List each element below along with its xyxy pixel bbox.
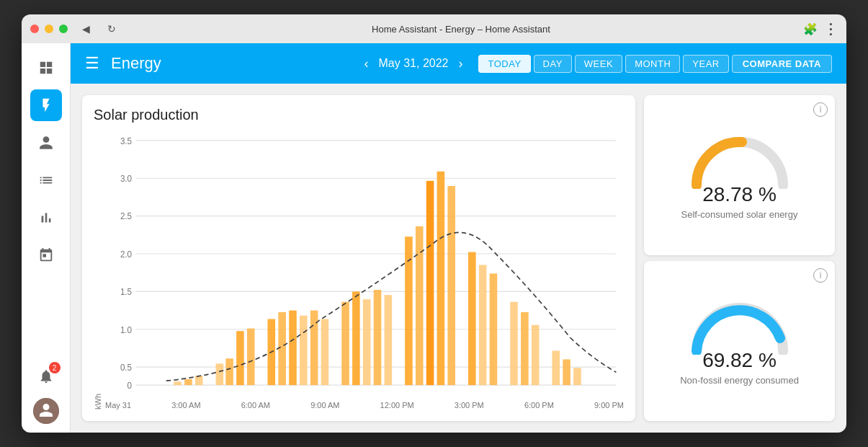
close-dot[interactable] xyxy=(30,25,39,33)
svg-rect-22 xyxy=(236,331,244,385)
compare-data-button[interactable]: COMPARE DATA xyxy=(732,55,832,73)
chart-svg: 3.5 3.0 2.5 2.0 1.5 1.0 0.5 0 xyxy=(105,132,624,398)
x-label-3: 9:00 AM xyxy=(310,401,339,410)
svg-text:1.0: 1.0 xyxy=(120,324,132,335)
main-content: ☰ Energy ‹ May 31, 2022 › TODAY DAY WEEK… xyxy=(71,43,846,433)
svg-rect-45 xyxy=(532,325,540,385)
browser-chrome: ◀ ↻ Home Assistant - Energy – Home Assis… xyxy=(22,14,846,43)
solar-gauge-info-icon[interactable]: i xyxy=(813,102,828,117)
svg-text:0: 0 xyxy=(127,380,133,391)
sidebar-item-user[interactable] xyxy=(30,127,62,159)
sidebar: 2 xyxy=(22,43,71,433)
svg-rect-31 xyxy=(352,291,360,385)
svg-rect-39 xyxy=(447,186,455,385)
fossil-gauge-value: 69.82 % xyxy=(702,349,777,372)
svg-rect-29 xyxy=(321,319,329,385)
sidebar-bottom: 2 xyxy=(30,360,62,424)
solar-gauge-svg xyxy=(686,131,794,189)
avatar[interactable] xyxy=(33,398,59,424)
current-date: May 31, 2022 xyxy=(379,57,449,70)
more-menu-icon[interactable]: ⋮ xyxy=(823,20,838,37)
x-label-2: 6:00 AM xyxy=(241,401,270,410)
svg-rect-46 xyxy=(552,351,560,386)
svg-rect-23 xyxy=(247,329,255,386)
x-axis-labels: May 31 3:00 AM 6:00 AM 9:00 AM 12:00 PM … xyxy=(105,398,624,410)
x-label-6: 6:00 PM xyxy=(524,401,554,410)
sidebar-item-energy[interactable] xyxy=(30,89,62,121)
svg-rect-35 xyxy=(405,236,413,385)
svg-rect-47 xyxy=(563,359,571,385)
fossil-gauge-svg xyxy=(686,297,794,355)
next-date-button[interactable]: › xyxy=(454,55,467,73)
chart-title: Solar production xyxy=(94,107,624,123)
chart-inner: 3.5 3.0 2.5 2.0 1.5 1.0 0.5 0 xyxy=(105,132,624,410)
solar-production-chart-card: Solar production kWh xyxy=(82,95,635,421)
refresh-button[interactable]: ↻ xyxy=(104,22,119,36)
solar-gauge-label: Self-consumed solar energy xyxy=(681,209,798,220)
page-title: Energy xyxy=(111,54,161,73)
solar-gauge-value: 28.78 % xyxy=(702,183,777,206)
svg-text:3.5: 3.5 xyxy=(120,136,132,146)
extension-icon[interactable]: 🧩 xyxy=(803,22,818,36)
back-button[interactable]: ◀ xyxy=(79,22,93,36)
browser-extensions: 🧩 ⋮ xyxy=(803,20,838,37)
fossil-gauge-info-icon[interactable]: i xyxy=(813,268,828,283)
right-panel: i 28.78 % Self-consumed solar energy i xyxy=(644,95,835,421)
svg-text:2.0: 2.0 xyxy=(120,249,132,260)
today-button[interactable]: TODAY xyxy=(478,55,530,73)
svg-rect-20 xyxy=(216,363,224,385)
minimize-dot[interactable] xyxy=(45,25,53,33)
solar-gauge-card: i 28.78 % Self-consumed solar energy xyxy=(644,95,835,255)
week-button[interactable]: WEEK xyxy=(575,55,622,73)
svg-rect-34 xyxy=(385,295,393,385)
svg-rect-30 xyxy=(341,302,349,385)
svg-rect-36 xyxy=(416,226,424,385)
svg-rect-25 xyxy=(278,312,286,385)
svg-rect-43 xyxy=(510,302,518,385)
svg-rect-40 xyxy=(468,252,476,386)
x-label-4: 12:00 PM xyxy=(380,401,414,410)
chart-wrapper: kWh xyxy=(94,132,624,410)
top-bar: ☰ Energy ‹ May 31, 2022 › TODAY DAY WEEK… xyxy=(71,43,846,84)
fossil-gauge-card: i 69.82 % Non-fossil energy consumed xyxy=(644,261,835,421)
svg-rect-33 xyxy=(374,290,382,385)
svg-rect-41 xyxy=(479,265,487,386)
svg-rect-32 xyxy=(363,299,371,385)
chart-svg-container: 3.5 3.0 2.5 2.0 1.5 1.0 0.5 0 xyxy=(105,132,624,398)
prev-date-button[interactable]: ‹ xyxy=(360,55,373,73)
svg-rect-38 xyxy=(437,172,445,385)
notification-bell[interactable]: 2 xyxy=(30,360,62,392)
svg-rect-21 xyxy=(225,358,233,385)
date-navigation: ‹ May 31, 2022 › xyxy=(360,55,467,73)
notification-count: 2 xyxy=(49,362,61,373)
content-area: Solar production kWh xyxy=(71,84,846,433)
sidebar-item-dashboard[interactable] xyxy=(30,52,62,84)
svg-rect-26 xyxy=(289,311,297,386)
svg-rect-19 xyxy=(195,376,203,385)
svg-rect-48 xyxy=(573,368,581,385)
svg-text:3.0: 3.0 xyxy=(120,173,132,184)
browser-window: ◀ ↻ Home Assistant - Energy – Home Assis… xyxy=(22,14,846,433)
sidebar-item-stats[interactable] xyxy=(30,202,62,234)
month-button[interactable]: MONTH xyxy=(625,55,680,73)
svg-rect-42 xyxy=(490,273,498,385)
x-label-5: 3:00 PM xyxy=(455,401,484,410)
svg-rect-27 xyxy=(300,316,308,385)
svg-text:1.5: 1.5 xyxy=(120,287,132,298)
svg-rect-37 xyxy=(426,181,434,385)
period-selector: TODAY DAY WEEK MONTH YEAR COMPARE DATA xyxy=(478,55,832,73)
menu-button[interactable]: ☰ xyxy=(85,54,99,73)
svg-rect-44 xyxy=(521,312,529,385)
svg-point-0 xyxy=(33,398,59,424)
x-label-1: 3:00 AM xyxy=(171,401,200,410)
app-container: 2 ☰ Energy ‹ May 31, 2022 › TODAY xyxy=(22,43,846,433)
x-label-0: May 31 xyxy=(105,401,131,410)
day-button[interactable]: DAY xyxy=(534,55,572,73)
url-bar: Home Assistant - Energy – Home Assistant xyxy=(125,24,797,35)
svg-text:2.5: 2.5 xyxy=(120,211,132,222)
year-button[interactable]: YEAR xyxy=(683,55,728,73)
x-label-7: 9:00 PM xyxy=(594,401,624,410)
sidebar-item-list[interactable] xyxy=(30,164,62,196)
fullscreen-dot[interactable] xyxy=(59,25,68,33)
sidebar-item-calendar[interactable] xyxy=(30,239,62,271)
